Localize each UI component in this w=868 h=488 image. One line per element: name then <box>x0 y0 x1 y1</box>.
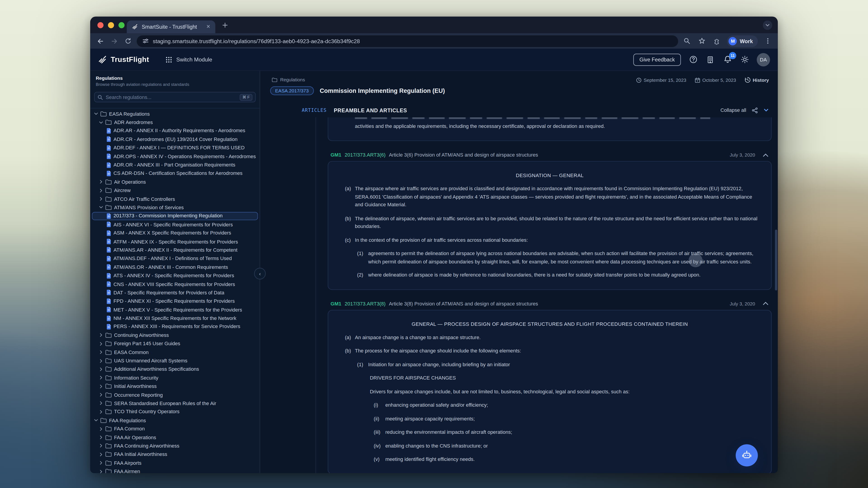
close-tab-icon[interactable]: ✕ <box>206 24 210 29</box>
tree-item[interactable]: Continuing Airworthiness <box>92 331 258 339</box>
tree-item[interactable]: ADR.OPS - ANNEX IV - Operations Requirem… <box>92 152 258 161</box>
article-ref[interactable]: 2017/373.ART3(8) <box>345 301 385 306</box>
extensions-icon[interactable] <box>712 36 722 46</box>
theme-sun-icon[interactable] <box>740 55 749 64</box>
effective-date-text: September 15, 2023 <box>644 77 686 83</box>
site-info-icon[interactable] <box>142 38 149 44</box>
tree-item[interactable]: PERS - ANNEX XIII - Requirements for Ser… <box>92 322 258 331</box>
browser-profile-chip[interactable]: M Work <box>727 35 758 47</box>
breadcrumb[interactable]: Regulations <box>272 77 305 82</box>
tree-item[interactable]: FAA Airports <box>92 459 258 467</box>
tree-item[interactable]: EASA Regulations <box>92 109 258 118</box>
content-scrollbar-thumb[interactable] <box>775 230 777 290</box>
bookmark-star-icon[interactable] <box>697 36 707 46</box>
tree-item[interactable]: Aircrew <box>92 186 258 195</box>
assistant-robot-button[interactable] <box>736 445 758 466</box>
collapse-article-icon[interactable] <box>763 302 768 305</box>
tab-articles[interactable]: ARTICLES <box>302 107 327 113</box>
help-icon[interactable] <box>688 55 698 64</box>
forward-icon[interactable] <box>109 36 119 46</box>
tree-item[interactable]: ASM - ANNEX X Specific Requirements for … <box>92 229 258 237</box>
tree-item[interactable]: Additional Airworthiness Specifications <box>92 365 258 374</box>
collapse-sidebar-button[interactable]: ‹ <box>254 268 266 279</box>
tab-search-chevron[interactable] <box>763 21 772 30</box>
tree-item[interactable]: Occurrence Reporting <box>92 391 258 399</box>
article-card: DESIGNATION — GENERAL(a)The airspace whe… <box>328 161 772 290</box>
tree-item[interactable]: ADR.AR - ANNEX II - Authority Requiremen… <box>92 127 258 135</box>
tree-item[interactable]: Information Security <box>92 373 258 382</box>
tree-item[interactable]: ADR Aerodromes <box>92 118 258 127</box>
tree-item[interactable]: Initial Airworthiness <box>92 382 258 391</box>
tree-item[interactable]: ADR.OR - ANNEX III - Part Organisation R… <box>92 161 258 169</box>
tree-item[interactable]: FAA Airmen <box>92 467 258 473</box>
tree-item[interactable]: Foreign Part 145 User Guides <box>92 339 258 348</box>
tree-item-label: Initial Airworthiness <box>114 384 157 389</box>
tree-item[interactable]: FAA Air Operations <box>92 433 258 442</box>
close-window-button[interactable] <box>97 22 103 28</box>
tree-item[interactable]: ATCO Air Traffic Controllers <box>92 195 258 203</box>
tree-item[interactable]: FPD - ANNEX XI - Specific Requirements f… <box>92 297 258 305</box>
zoom-window-button[interactable] <box>119 22 125 28</box>
article-ref[interactable]: 2017/373.ART3(6) <box>345 152 385 158</box>
notifications-bell-icon[interactable]: 11 <box>722 55 733 64</box>
tree-item[interactable]: SERA Standardised European Rules of the … <box>92 399 258 408</box>
paragraph-text: enabling changes to the CNS infrastructu… <box>385 442 758 450</box>
tree-item[interactable]: TCO Third Country Operators <box>92 408 258 416</box>
chevron-right-icon <box>99 188 103 192</box>
article-paragraph: (b)The delineation of airspace, wherein … <box>328 215 771 230</box>
organization-icon[interactable] <box>705 55 715 64</box>
tree-item[interactable]: ATM/ANS.OR - ANNEX III - Common Requirem… <box>92 263 258 271</box>
tree-item[interactable]: FAA Regulations <box>92 416 258 425</box>
paragraph-text: An airspace change is a change to an air… <box>355 333 758 341</box>
tree-item[interactable]: EASA Common <box>92 348 258 357</box>
trustflight-logo-icon <box>98 55 107 64</box>
tree-item[interactable]: ADR.CR - Aerodromes (EU) 139/2014 Cover … <box>92 135 258 144</box>
tree-item[interactable]: AIS - ANNEX VI - Specific Requirements f… <box>92 220 258 229</box>
robot-icon <box>741 450 752 461</box>
trustflight-logo[interactable]: TrustFlight <box>98 55 149 64</box>
tree-item[interactable]: NM - ANNEX XII Specific Requirements for… <box>92 314 258 322</box>
give-feedback-button[interactable]: Give Feedback <box>633 53 681 66</box>
tree-item[interactable]: ATS - ANNEX IV - Specific Requirements f… <box>92 271 258 280</box>
back-icon[interactable] <box>95 36 105 46</box>
user-avatar[interactable]: DA <box>757 53 770 66</box>
collapse-all-button[interactable]: Collapse all <box>720 107 746 113</box>
share-icon[interactable] <box>752 107 758 113</box>
paragraph-text: reducing the environmental impacts of ai… <box>385 428 758 436</box>
article-paragraph: (a)An airspace change is a change to an … <box>328 333 771 341</box>
tree-item[interactable]: FAA Initial Airworthiness <box>92 450 258 459</box>
browser-tab[interactable]: SmartSuite - TrustFlight ✕ <box>127 21 215 33</box>
tree-item[interactable]: DAT - Specific Requirements for Provider… <box>92 288 258 297</box>
search-box[interactable]: ⌘ F <box>94 92 256 103</box>
tree-item[interactable]: ATM/ANS.DEF - ANNEX I - Definitions of T… <box>92 254 258 263</box>
zoom-page-icon[interactable] <box>682 36 692 46</box>
collapse-article-icon[interactable] <box>763 153 768 157</box>
tree-item[interactable]: CS ADR-DSN - Certification Specification… <box>92 169 258 178</box>
tree-item[interactable]: 2017/373 - Commission Implementing Regul… <box>92 212 258 220</box>
chevron-down-icon[interactable] <box>763 107 769 113</box>
switch-module-button[interactable]: Switch Module <box>166 56 212 63</box>
tree-item[interactable]: MET - ANNEX V - Specific Requirements fo… <box>92 305 258 314</box>
tree-item[interactable]: ADR.DEF - ANNEX I — DEFINITIONS FOR TERM… <box>92 144 258 152</box>
browser-menu-icon[interactable] <box>763 36 773 46</box>
minimize-window-button[interactable] <box>108 22 114 28</box>
reload-icon[interactable] <box>123 36 133 46</box>
history-icon <box>744 77 750 83</box>
folder-icon <box>105 179 112 185</box>
notification-count-badge: 11 <box>729 52 736 59</box>
tree-item[interactable]: Air Operations <box>92 177 258 186</box>
tree-item[interactable]: ATM/ANS Provision of Services <box>92 203 258 212</box>
regulation-chip[interactable]: EASA.2017/373 <box>270 86 313 95</box>
history-button[interactable]: History <box>744 77 769 83</box>
search-input[interactable] <box>106 94 237 100</box>
tree-item[interactable]: CNS - ANNEX VIII Specific Requirements f… <box>92 280 258 289</box>
address-bar[interactable]: staging.smartsuite.trustflight.io/regula… <box>137 35 678 47</box>
tree-item[interactable]: FAA Common <box>92 424 258 433</box>
articles-scroll-area[interactable]: activities and the applicable requiremen… <box>316 117 778 473</box>
article-paragraph: (iv)enabling changes to the CNS infrastr… <box>328 442 771 450</box>
tree-item[interactable]: UAS Unmanned Aircraft Systems <box>92 357 258 365</box>
tree-item[interactable]: FAA Continuing Airworthiness <box>92 442 258 450</box>
tree-item[interactable]: ATM/ANS.AR - ANNEX II - Requirements for… <box>92 246 258 254</box>
tree-item[interactable]: ATFM - ANNEX IX - Specific Requirements … <box>92 237 258 246</box>
new-tab-button[interactable] <box>222 22 228 28</box>
